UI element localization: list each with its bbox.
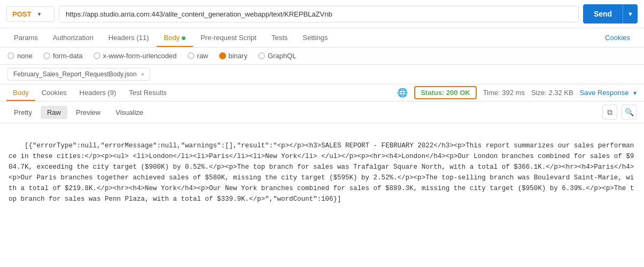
tab-authorization[interactable]: Authorization [45, 28, 101, 47]
resp-tab-body[interactable]: Body [6, 84, 35, 101]
resp-tab-cookies[interactable]: Cookies [35, 84, 73, 101]
cookies-tab[interactable]: Cookies [598, 28, 638, 47]
response-size: Size: 2.32 KB [531, 89, 573, 97]
radio-graphql[interactable]: GraphQL [258, 52, 296, 60]
radio-urlencoded-circle [94, 52, 100, 59]
tab-tests[interactable]: Tests [264, 28, 295, 47]
radio-form-data-circle [43, 52, 50, 59]
copy-button[interactable]: ⧉ [602, 105, 617, 120]
radio-none-circle [7, 52, 14, 59]
response-content: [{"errorType":null,"errorMessage":null,"… [9, 142, 634, 203]
radio-none[interactable]: none [7, 52, 33, 60]
body-active-dot [182, 36, 185, 40]
method-chevron-icon: ▼ [36, 11, 42, 17]
response-time: Time: 392 ms [483, 89, 525, 97]
send-chevron-button[interactable]: ▼ [623, 4, 638, 23]
resp-tab-headers[interactable]: Headers (9) [73, 84, 123, 101]
file-tab-close[interactable]: × [141, 71, 144, 77]
view-tab-bar: Pretty Raw Preview Visualize ⧉ 🔍 [0, 101, 644, 123]
file-tab[interactable]: February_Sales_Report_RequestBody.json × [7, 68, 150, 81]
search-icon: 🔍 [625, 108, 634, 116]
method-label: POST [12, 10, 31, 18]
tab-body[interactable]: Body [157, 28, 193, 47]
url-input[interactable] [59, 6, 579, 22]
save-response-button[interactable]: Save Response ▼ [580, 89, 638, 97]
radio-binary[interactable]: binary [219, 52, 247, 60]
tab-settings[interactable]: Settings [295, 28, 335, 47]
request-tab-bar: Params Authorization Headers (11) Body P… [0, 28, 644, 48]
radio-raw-circle [188, 52, 195, 59]
method-dropdown[interactable]: POST ▼ [6, 6, 55, 22]
radio-urlencoded[interactable]: x-www-form-urlencoded [94, 52, 177, 60]
file-tab-bar: February_Sales_Report_RequestBody.json × [0, 65, 644, 84]
radio-raw[interactable]: raw [188, 52, 208, 60]
globe-icon[interactable]: 🌐 [397, 88, 408, 98]
tab-prerequest[interactable]: Pre-request Script [193, 28, 264, 47]
body-type-bar: none form-data x-www-form-urlencoded raw… [0, 48, 644, 65]
radio-binary-circle [219, 52, 226, 59]
cookies-link: Cookies [598, 28, 638, 47]
response-meta: 🌐 Status: 200 OK Time: 392 ms Size: 2.32… [397, 86, 638, 99]
file-tab-name: February_Sales_Report_RequestBody.json [13, 70, 137, 78]
resp-tab-test-results[interactable]: Test Results [122, 84, 173, 101]
radio-form-data[interactable]: form-data [43, 52, 83, 60]
view-actions: ⧉ 🔍 [602, 105, 637, 120]
send-button-wrap: Send ▼ [583, 4, 638, 23]
status-badge: Status: 200 OK [414, 86, 476, 99]
response-tab-bar: Body Cookies Headers (9) Test Results 🌐 … [0, 84, 644, 101]
send-button[interactable]: Send [583, 4, 623, 23]
tab-params[interactable]: Params [6, 28, 45, 47]
radio-graphql-circle [258, 52, 265, 59]
search-button[interactable]: 🔍 [622, 105, 637, 120]
tab-headers[interactable]: Headers (11) [101, 28, 157, 47]
view-tab-pretty[interactable]: Pretty [7, 106, 38, 119]
view-tab-raw[interactable]: Raw [41, 106, 67, 119]
view-tab-preview[interactable]: Preview [69, 106, 107, 119]
copy-icon: ⧉ [607, 108, 612, 117]
view-tab-visualize[interactable]: Visualize [109, 106, 150, 119]
response-body: [{"errorType":null,"errorMessage":null,"… [0, 123, 644, 265]
